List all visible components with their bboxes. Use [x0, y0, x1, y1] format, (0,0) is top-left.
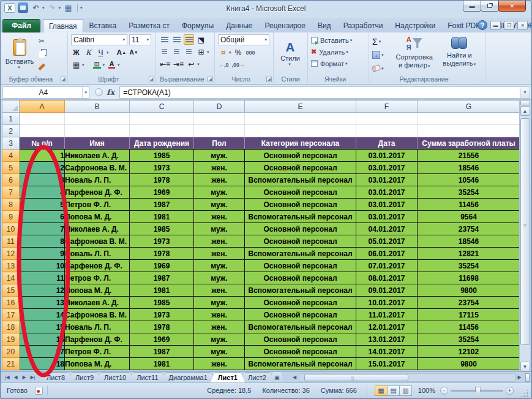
cell-C2[interactable]	[130, 125, 194, 137]
cell-C15[interactable]: 1981	[130, 284, 194, 297]
cell-C11[interactable]: 1973	[130, 235, 194, 248]
fill-color-button[interactable]: ◫	[92, 59, 102, 70]
table-header-G3[interactable]: Сумма заработной платы	[418, 137, 520, 150]
select-all-corner[interactable]	[2, 101, 20, 113]
cell-F2[interactable]	[356, 125, 418, 137]
row-header-8[interactable]: 8	[2, 199, 20, 211]
page-break-view-icon[interactable]: ▥	[399, 386, 412, 396]
cell-A9[interactable]: 6	[20, 211, 65, 223]
hscroll-left-icon[interactable]: ◀	[291, 373, 299, 382]
cell-F8[interactable]: 03.01.2017	[356, 199, 418, 211]
cell-C21[interactable]: 1981	[130, 358, 194, 370]
cell-F17[interactable]: 11.01.2017	[356, 309, 418, 321]
workbook-close-button[interactable]: ✕	[517, 21, 528, 30]
row-header-7[interactable]: 7	[2, 186, 20, 199]
grow-font-button[interactable]: А▲	[116, 47, 127, 58]
last-sheet-icon[interactable]: ▶|	[29, 374, 37, 380]
align-center-icon[interactable]	[171, 47, 182, 57]
copy-icon[interactable]	[36, 48, 48, 59]
cell-D12[interactable]: жен.	[194, 248, 245, 260]
workbook-restore-button[interactable]: ❐	[504, 21, 514, 30]
zoom-slider[interactable]: − +	[440, 387, 514, 395]
cell-B6[interactable]: Новаль Л. П.	[65, 174, 130, 186]
horizontal-scrollbar[interactable]: ◀ ▶	[291, 372, 531, 382]
cell-C7[interactable]: 1969	[130, 186, 194, 199]
cell-A14[interactable]: 11	[20, 272, 65, 284]
cell-D6[interactable]: жен.	[194, 174, 245, 186]
formula-options-icon[interactable]	[95, 88, 103, 96]
row-header-21[interactable]: 21	[2, 358, 20, 370]
align-right-icon[interactable]	[184, 47, 194, 57]
cell-E8[interactable]: Основной персонал	[245, 199, 356, 211]
cell-F7[interactable]: 03.01.2017	[356, 186, 418, 199]
cell-D18[interactable]: жен.	[194, 321, 245, 333]
cell-B8[interactable]: Петров Ф. Л.	[65, 199, 130, 211]
cell-F16[interactable]: 10.01.2017	[356, 297, 418, 309]
autosum-button[interactable]: Σ▾	[372, 36, 392, 47]
styles-button[interactable]: А Стили ▾	[277, 34, 304, 72]
cell-A12[interactable]: 9	[20, 248, 65, 260]
accounting-format-icon[interactable]: ¤	[218, 47, 228, 58]
cell-G7[interactable]: 35254	[418, 186, 520, 199]
zoom-level[interactable]: 100%	[418, 387, 435, 394]
wrap-text-icon[interactable]: ↩	[186, 59, 197, 69]
decrease-decimal-icon[interactable]: ,00→	[231, 59, 246, 70]
cell-B1[interactable]	[65, 113, 130, 125]
cell-E6[interactable]: Вспомогательный персонал	[245, 174, 356, 186]
cell-A4[interactable]: 1	[20, 150, 65, 162]
sheet-tab-лист10[interactable]: Лист10	[97, 372, 133, 382]
row-header-15[interactable]: 15	[2, 284, 20, 297]
tab-рецензирое[interactable]: Рецензирое	[258, 19, 311, 32]
column-header-E[interactable]: E	[245, 101, 356, 113]
vertical-scrollbar[interactable]: ▲ ▼	[519, 100, 530, 371]
table-header-C3[interactable]: Дата рождения	[130, 137, 194, 150]
cell-E19[interactable]: Основной персонал	[245, 333, 356, 346]
column-header-D[interactable]: D	[194, 101, 245, 113]
scroll-up-icon[interactable]: ▲	[520, 106, 530, 116]
cell-D19[interactable]: муж.	[194, 333, 245, 346]
clipboard-dialog-launcher[interactable]: ◢	[61, 77, 66, 82]
cell-G2[interactable]	[418, 125, 520, 137]
cell-F11[interactable]: 05.01.2017	[356, 235, 418, 248]
zoom-slider-thumb[interactable]	[475, 387, 481, 395]
cell-A1[interactable]	[20, 113, 65, 125]
sheet-tab-лист2[interactable]: Лист2	[241, 372, 274, 382]
cell-B7[interactable]: Парфенов Д. Ф.	[65, 186, 130, 199]
cell-G17[interactable]: 17115	[418, 309, 520, 321]
scroll-down-icon[interactable]: ▼	[520, 362, 530, 371]
sheet-tab-лист1[interactable]: Лист1	[211, 372, 245, 382]
resize-grip[interactable]	[520, 389, 529, 398]
cell-B4[interactable]: Николаев А. Д.	[65, 150, 130, 162]
page-layout-view-icon[interactable]: ▤	[387, 386, 400, 396]
cell-E20[interactable]: Основной персонал	[245, 346, 356, 358]
zoom-out-icon[interactable]: −	[440, 387, 448, 395]
cell-E13[interactable]: Основной персонал	[245, 260, 356, 272]
row-header-9[interactable]: 9	[2, 211, 20, 223]
cell-E12[interactable]: Вспомогательный персонал	[245, 248, 356, 260]
merge-center-icon[interactable]: ⊞	[196, 47, 206, 57]
cell-E17[interactable]: Основной персонал	[245, 309, 356, 321]
cell-C9[interactable]: 1981	[130, 211, 194, 223]
cell-A20[interactable]: 17	[20, 346, 65, 358]
cell-C5[interactable]: 1973	[130, 162, 194, 174]
cell-G21[interactable]: 9800	[418, 358, 520, 370]
align-bottom-icon[interactable]	[184, 34, 194, 45]
cell-G9[interactable]: 9564	[418, 211, 520, 223]
cell-D2[interactable]	[194, 125, 245, 137]
cell-B15[interactable]: Попова М. Д.	[65, 284, 130, 297]
insert-worksheet-tab[interactable]: ▣	[269, 372, 285, 382]
underline-button[interactable]: Ч	[96, 47, 106, 58]
zoom-in-icon[interactable]: +	[506, 387, 514, 395]
cell-G5[interactable]: 18546	[418, 162, 520, 174]
column-header-C[interactable]: C	[130, 101, 194, 113]
cut-icon[interactable]: ✂	[36, 36, 48, 47]
align-middle-icon[interactable]	[171, 34, 182, 45]
macro-record-icon[interactable]	[35, 387, 43, 395]
cell-B5[interactable]: Сафронова В. М.	[65, 162, 130, 174]
cell-G12[interactable]: 12821	[418, 248, 520, 260]
row-header-18[interactable]: 18	[2, 321, 20, 333]
cell-D10[interactable]: муж.	[194, 223, 245, 235]
cell-G13[interactable]: 35254	[418, 260, 520, 272]
column-header-G[interactable]: G	[418, 101, 520, 113]
cell-E1[interactable]	[245, 113, 356, 125]
